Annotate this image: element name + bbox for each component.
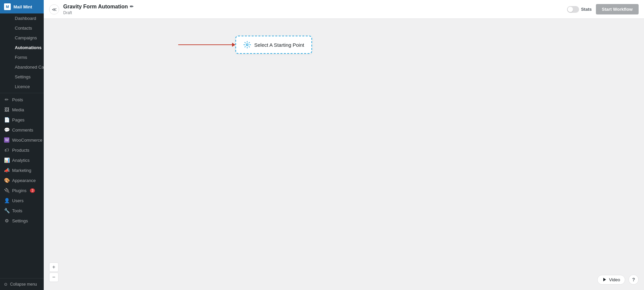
arrow-line bbox=[178, 44, 232, 45]
marketing-icon: 📣 bbox=[4, 168, 9, 173]
sidebar-item-label: Abandoned Cart bbox=[15, 65, 44, 70]
draft-status: Draft bbox=[63, 10, 134, 15]
sidebar-item-label: Users bbox=[12, 198, 24, 203]
sidebar-item-label: Products bbox=[12, 148, 29, 153]
sidebar-item-dashboard[interactable]: Dashboard bbox=[0, 13, 44, 23]
topbar-title-area: Gravity Form Automation ✏ Draft bbox=[63, 4, 134, 15]
video-label: Video bbox=[609, 277, 620, 282]
sidebar-item-label: Settings bbox=[12, 218, 28, 223]
appearance-icon: 🎨 bbox=[4, 178, 9, 183]
workflow-canvas[interactable]: Select A Starting Point + − Video ? bbox=[44, 19, 644, 290]
start-node-container: Select A Starting Point bbox=[178, 36, 312, 54]
sidebar-item-label: Settings bbox=[15, 74, 31, 79]
sidebar-item-contacts[interactable]: Contacts bbox=[0, 23, 44, 33]
users-icon: 👤 bbox=[4, 198, 9, 203]
tools-icon: 🔧 bbox=[4, 208, 9, 213]
zoom-in-button[interactable]: + bbox=[49, 262, 59, 272]
plugins-icon: 🔌 bbox=[4, 188, 9, 193]
play-icon bbox=[602, 277, 607, 282]
sidebar-item-label: Comments bbox=[12, 128, 33, 133]
svg-line-7 bbox=[245, 46, 245, 47]
sidebar-item-tools[interactable]: 🔧 Tools bbox=[0, 206, 44, 216]
sidebar-item-forms[interactable]: Forms bbox=[0, 52, 44, 62]
sidebar: M Mail Mint Dashboard Contacts Campaigns… bbox=[0, 0, 44, 290]
topbar-right: Stats Start Workflow bbox=[567, 4, 639, 14]
sidebar-item-label: Automations bbox=[15, 45, 41, 50]
stats-toggle-wrapper: Stats bbox=[567, 6, 592, 13]
svg-line-8 bbox=[249, 42, 250, 43]
stats-toggle[interactable] bbox=[567, 6, 579, 13]
back-button[interactable]: ≪ bbox=[49, 4, 59, 14]
pages-icon: 📄 bbox=[4, 117, 9, 122]
topbar: ≪ Gravity Form Automation ✏ Draft Stats … bbox=[44, 0, 644, 19]
collapse-icon: ⊙ bbox=[4, 282, 7, 287]
sidebar-item-marketing[interactable]: 📣 Marketing bbox=[0, 165, 44, 175]
sidebar-item-appearance[interactable]: 🎨 Appearance bbox=[0, 175, 44, 185]
posts-icon: ✏ bbox=[4, 97, 9, 102]
sidebar-item-label: Dashboard bbox=[15, 16, 36, 21]
sidebar-item-pages[interactable]: 📄 Pages bbox=[0, 115, 44, 125]
sidebar-item-abandoned-cart[interactable]: Abandoned Cart bbox=[0, 62, 44, 72]
mailmint-section: Dashboard Contacts Campaigns Automations… bbox=[0, 13, 44, 92]
plugins-badge: 3 bbox=[30, 188, 35, 193]
analytics-icon: 📊 bbox=[4, 157, 9, 163]
sidebar-item-label: Marketing bbox=[12, 168, 31, 173]
wp-settings-icon: ⚙ bbox=[4, 218, 9, 223]
sidebar-item-settings[interactable]: Settings bbox=[0, 72, 44, 82]
start-node[interactable]: Select A Starting Point bbox=[235, 36, 312, 54]
sidebar-item-comments[interactable]: 💬 Comments bbox=[0, 125, 44, 135]
wp-section: ✏ Posts 🖼 Media 📄 Pages 💬 Comments W Woo… bbox=[0, 95, 44, 226]
sidebar-item-plugins[interactable]: 🔌 Plugins 3 bbox=[0, 185, 44, 195]
sidebar-logo-text: Mail Mint bbox=[13, 4, 32, 9]
arrow-head bbox=[232, 43, 235, 47]
products-icon: 🏷 bbox=[4, 147, 9, 153]
topbar-title: Gravity Form Automation ✏ bbox=[63, 4, 134, 10]
sidebar-item-label: Analytics bbox=[12, 158, 30, 163]
sidebar-item-label: WooCommerce bbox=[12, 138, 42, 143]
starting-point-label: Select A Starting Point bbox=[254, 42, 304, 48]
sidebar-item-users[interactable]: 👤 Users bbox=[0, 195, 44, 206]
comments-icon: 💬 bbox=[4, 127, 9, 133]
start-arrow bbox=[178, 43, 235, 47]
sidebar-item-analytics[interactable]: 📊 Analytics bbox=[0, 155, 44, 165]
collapse-menu[interactable]: ⊙ Collapse menu bbox=[0, 278, 44, 290]
sidebar-item-campaigns[interactable]: Campaigns bbox=[0, 33, 44, 43]
sidebar-item-label: Forms bbox=[15, 55, 27, 60]
sidebar-item-label: Appearance bbox=[12, 178, 36, 183]
sidebar-item-media[interactable]: 🖼 Media bbox=[0, 105, 44, 115]
svg-line-3 bbox=[245, 42, 245, 43]
sidebar-item-woocommerce[interactable]: W WooCommerce bbox=[0, 135, 44, 145]
sidebar-item-automations[interactable]: Automations bbox=[0, 43, 44, 52]
help-button[interactable]: ? bbox=[629, 275, 639, 285]
sidebar-item-label: Pages bbox=[12, 117, 25, 122]
video-button[interactable]: Video bbox=[597, 275, 625, 285]
edit-title-icon[interactable]: ✏ bbox=[130, 4, 134, 9]
stats-label: Stats bbox=[581, 7, 592, 12]
sidebar-item-label: Posts bbox=[12, 97, 23, 102]
workflow-title-text: Gravity Form Automation bbox=[63, 4, 128, 10]
sidebar-item-posts[interactable]: ✏ Posts bbox=[0, 95, 44, 105]
sidebar-logo[interactable]: M Mail Mint bbox=[0, 0, 44, 13]
sidebar-item-licence[interactable]: Licence bbox=[0, 82, 44, 92]
sidebar-item-products[interactable]: 🏷 Products bbox=[0, 145, 44, 155]
svg-point-0 bbox=[246, 44, 248, 46]
collapse-label: Collapse menu bbox=[10, 282, 37, 287]
zoom-out-button[interactable]: − bbox=[49, 273, 59, 282]
sidebar-item-label: Plugins bbox=[12, 188, 27, 193]
bottom-right-controls: Video ? bbox=[597, 275, 639, 285]
sidebar-item-label: Campaigns bbox=[15, 35, 37, 40]
svg-line-4 bbox=[249, 46, 250, 47]
start-workflow-button[interactable]: Start Workflow bbox=[596, 4, 639, 14]
sidebar-item-label: Tools bbox=[12, 208, 22, 213]
sidebar-item-label: Media bbox=[12, 107, 24, 112]
sidebar-item-wp-settings[interactable]: ⚙ Settings bbox=[0, 216, 44, 226]
svg-marker-9 bbox=[603, 278, 606, 282]
starting-point-icon bbox=[243, 41, 251, 48]
back-arrow-icon: ≪ bbox=[52, 7, 57, 12]
sidebar-item-label: Contacts bbox=[15, 26, 32, 31]
logo-icon: M bbox=[4, 3, 11, 10]
main-content: ≪ Gravity Form Automation ✏ Draft Stats … bbox=[44, 0, 644, 290]
media-icon: 🖼 bbox=[4, 107, 9, 112]
woocommerce-icon: W bbox=[4, 137, 9, 143]
sidebar-item-label: Licence bbox=[15, 84, 30, 89]
